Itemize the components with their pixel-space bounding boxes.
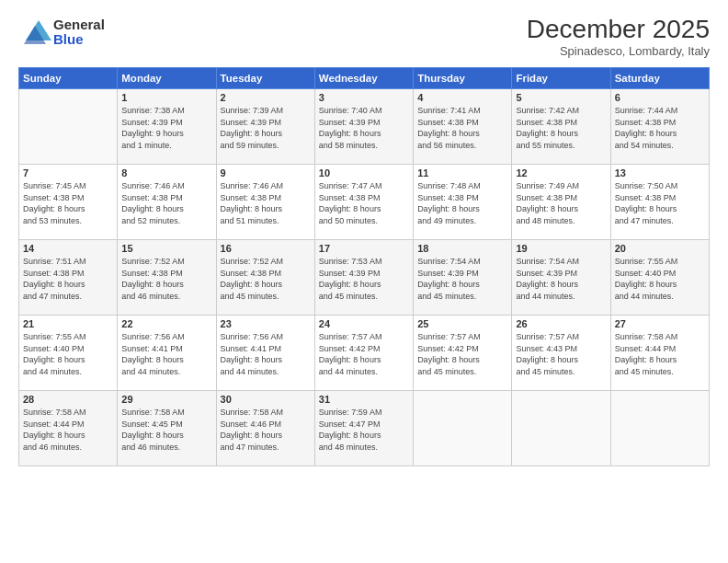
location-subtitle: Spinadesco, Lombardy, Italy [527, 44, 710, 58]
day-info: Sunrise: 7:58 AMSunset: 4:44 PMDaylight:… [23, 407, 113, 453]
day-info: Sunrise: 7:55 AMSunset: 4:40 PMDaylight:… [615, 256, 705, 302]
day-number: 25 [417, 318, 507, 329]
day-number: 9 [221, 167, 311, 178]
table-row: 17Sunrise: 7:53 AMSunset: 4:39 PMDayligh… [314, 240, 413, 316]
table-row: 29Sunrise: 7:58 AMSunset: 4:45 PMDayligh… [118, 391, 216, 466]
day-number: 15 [121, 243, 211, 254]
day-info: Sunrise: 7:38 AMSunset: 4:39 PMDaylight:… [121, 105, 211, 151]
day-info: Sunrise: 7:44 AMSunset: 4:38 PMDaylight:… [615, 105, 705, 151]
day-number: 2 [221, 92, 311, 103]
day-number: 8 [121, 167, 211, 178]
col-monday: Monday [118, 68, 216, 89]
day-number: 14 [23, 243, 113, 254]
day-number: 22 [121, 318, 211, 329]
day-number: 27 [615, 318, 705, 329]
day-info: Sunrise: 7:57 AMSunset: 4:43 PMDaylight:… [516, 331, 606, 377]
day-info: Sunrise: 7:58 AMSunset: 4:45 PMDaylight:… [121, 407, 211, 453]
page: General Blue December 2025 Spinadesco, L… [0, 0, 728, 563]
table-row: 31Sunrise: 7:59 AMSunset: 4:47 PMDayligh… [314, 391, 413, 466]
day-number: 4 [417, 92, 507, 103]
logo-icon [18, 15, 53, 50]
table-row: 27Sunrise: 7:58 AMSunset: 4:44 PMDayligh… [610, 316, 709, 391]
day-info: Sunrise: 7:58 AMSunset: 4:46 PMDaylight:… [221, 407, 311, 453]
day-info: Sunrise: 7:53 AMSunset: 4:39 PMDaylight:… [319, 256, 409, 302]
day-info: Sunrise: 7:45 AMSunset: 4:38 PMDaylight:… [23, 180, 113, 226]
header-row: Sunday Monday Tuesday Wednesday Thursday… [19, 68, 710, 89]
table-row: 3Sunrise: 7:40 AMSunset: 4:39 PMDaylight… [314, 89, 413, 165]
day-info: Sunrise: 7:58 AMSunset: 4:44 PMDaylight:… [615, 331, 705, 377]
day-number: 7 [23, 167, 113, 178]
table-row: 5Sunrise: 7:42 AMSunset: 4:38 PMDaylight… [512, 89, 610, 165]
day-number: 29 [121, 394, 211, 405]
table-row [512, 391, 610, 466]
table-row: 8Sunrise: 7:46 AMSunset: 4:38 PMDaylight… [118, 165, 216, 240]
day-info: Sunrise: 7:39 AMSunset: 4:39 PMDaylight:… [221, 105, 311, 151]
day-info: Sunrise: 7:49 AMSunset: 4:38 PMDaylight:… [516, 180, 606, 226]
table-row: 12Sunrise: 7:49 AMSunset: 4:38 PMDayligh… [512, 165, 610, 240]
title-block: December 2025 Spinadesco, Lombardy, Ital… [527, 15, 710, 58]
day-number: 3 [319, 92, 409, 103]
day-info: Sunrise: 7:51 AMSunset: 4:38 PMDaylight:… [23, 256, 113, 302]
col-wednesday: Wednesday [314, 68, 413, 89]
day-info: Sunrise: 7:56 AMSunset: 4:41 PMDaylight:… [121, 331, 211, 377]
col-sunday: Sunday [19, 68, 118, 89]
day-number: 5 [516, 92, 606, 103]
table-row: 18Sunrise: 7:54 AMSunset: 4:39 PMDayligh… [414, 240, 512, 316]
day-number: 19 [516, 243, 606, 254]
day-info: Sunrise: 7:48 AMSunset: 4:38 PMDaylight:… [417, 180, 507, 226]
day-number: 13 [615, 167, 705, 178]
table-row: 25Sunrise: 7:57 AMSunset: 4:42 PMDayligh… [414, 316, 512, 391]
day-info: Sunrise: 7:54 AMSunset: 4:39 PMDaylight:… [417, 256, 507, 302]
table-row [19, 89, 118, 165]
day-number: 18 [417, 243, 507, 254]
table-row: 2Sunrise: 7:39 AMSunset: 4:39 PMDaylight… [216, 89, 314, 165]
week-row-2: 7Sunrise: 7:45 AMSunset: 4:38 PMDaylight… [19, 165, 710, 240]
day-info: Sunrise: 7:59 AMSunset: 4:47 PMDaylight:… [319, 407, 409, 453]
table-row: 13Sunrise: 7:50 AMSunset: 4:38 PMDayligh… [610, 165, 709, 240]
logo: General Blue [18, 15, 105, 50]
logo-general: General [53, 17, 105, 33]
day-info: Sunrise: 7:46 AMSunset: 4:38 PMDaylight:… [121, 180, 211, 226]
table-row: 16Sunrise: 7:52 AMSunset: 4:38 PMDayligh… [216, 240, 314, 316]
day-number: 16 [221, 243, 311, 254]
table-row: 11Sunrise: 7:48 AMSunset: 4:38 PMDayligh… [414, 165, 512, 240]
day-number: 30 [221, 394, 311, 405]
day-number: 31 [319, 394, 409, 405]
table-row: 24Sunrise: 7:57 AMSunset: 4:42 PMDayligh… [314, 316, 413, 391]
day-number: 12 [516, 167, 606, 178]
day-number: 6 [615, 92, 705, 103]
week-row-4: 21Sunrise: 7:55 AMSunset: 4:40 PMDayligh… [19, 316, 710, 391]
day-info: Sunrise: 7:42 AMSunset: 4:38 PMDaylight:… [516, 105, 606, 151]
table-row: 10Sunrise: 7:47 AMSunset: 4:38 PMDayligh… [314, 165, 413, 240]
day-info: Sunrise: 7:40 AMSunset: 4:39 PMDaylight:… [319, 105, 409, 151]
day-number: 28 [23, 394, 113, 405]
col-thursday: Thursday [414, 68, 512, 89]
week-row-1: 1Sunrise: 7:38 AMSunset: 4:39 PMDaylight… [19, 89, 710, 165]
week-row-3: 14Sunrise: 7:51 AMSunset: 4:38 PMDayligh… [19, 240, 710, 316]
day-info: Sunrise: 7:57 AMSunset: 4:42 PMDaylight:… [417, 331, 507, 377]
table-row: 30Sunrise: 7:58 AMSunset: 4:46 PMDayligh… [216, 391, 314, 466]
logo-blue: Blue [53, 32, 105, 48]
day-info: Sunrise: 7:55 AMSunset: 4:40 PMDaylight:… [23, 331, 113, 377]
table-row: 22Sunrise: 7:56 AMSunset: 4:41 PMDayligh… [118, 316, 216, 391]
table-row: 4Sunrise: 7:41 AMSunset: 4:38 PMDaylight… [414, 89, 512, 165]
table-row [414, 391, 512, 466]
day-info: Sunrise: 7:52 AMSunset: 4:38 PMDaylight:… [121, 256, 211, 302]
week-row-5: 28Sunrise: 7:58 AMSunset: 4:44 PMDayligh… [19, 391, 710, 466]
day-info: Sunrise: 7:52 AMSunset: 4:38 PMDaylight:… [221, 256, 311, 302]
day-number: 26 [516, 318, 606, 329]
day-number: 21 [23, 318, 113, 329]
day-info: Sunrise: 7:47 AMSunset: 4:38 PMDaylight:… [319, 180, 409, 226]
table-row: 21Sunrise: 7:55 AMSunset: 4:40 PMDayligh… [19, 316, 118, 391]
table-row: 19Sunrise: 7:54 AMSunset: 4:39 PMDayligh… [512, 240, 610, 316]
table-row: 1Sunrise: 7:38 AMSunset: 4:39 PMDaylight… [118, 89, 216, 165]
col-saturday: Saturday [610, 68, 709, 89]
table-row: 28Sunrise: 7:58 AMSunset: 4:44 PMDayligh… [19, 391, 118, 466]
table-row: 23Sunrise: 7:56 AMSunset: 4:41 PMDayligh… [216, 316, 314, 391]
col-friday: Friday [512, 68, 610, 89]
day-info: Sunrise: 7:50 AMSunset: 4:38 PMDaylight:… [615, 180, 705, 226]
col-tuesday: Tuesday [216, 68, 314, 89]
day-info: Sunrise: 7:56 AMSunset: 4:41 PMDaylight:… [221, 331, 311, 377]
table-row: 20Sunrise: 7:55 AMSunset: 4:40 PMDayligh… [610, 240, 709, 316]
calendar-table: Sunday Monday Tuesday Wednesday Thursday… [18, 67, 710, 466]
